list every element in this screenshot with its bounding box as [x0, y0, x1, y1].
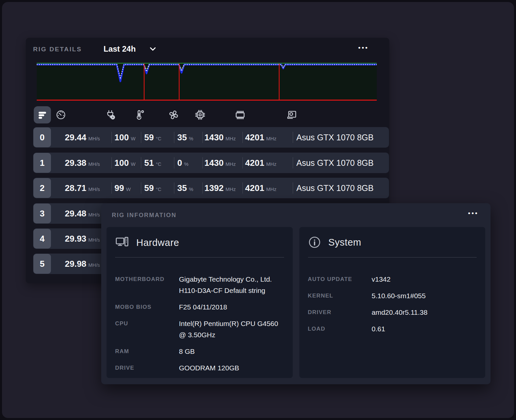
- gpu-name-value: Asus GTX 1070 8GB: [296, 178, 373, 198]
- hardware-card-title: Hardware: [136, 237, 179, 248]
- gpu-name-tab[interactable]: [283, 106, 300, 123]
- column-divider: [141, 157, 141, 168]
- column-divider: [174, 132, 174, 143]
- memory-icon: [234, 109, 246, 121]
- list-view-tab[interactable]: [34, 106, 51, 123]
- gpu-temp-value: 51°C: [144, 153, 161, 173]
- hashrate-chart[interactable]: [37, 63, 377, 102]
- gpu-hashrate-value: 28.71MH/s: [65, 178, 100, 198]
- field-value: 8 GB: [179, 346, 285, 357]
- field-value: amd20.40r5.11.38: [372, 307, 478, 318]
- thermometer-icon: [134, 109, 146, 120]
- unit-label: %: [184, 161, 188, 167]
- field-label: AUTO UPDATE: [308, 274, 372, 285]
- fan-tab[interactable]: [165, 106, 182, 123]
- gpu-fan-value: 0%: [177, 153, 189, 173]
- temperature-tab[interactable]: [131, 106, 149, 123]
- unit-label: %: [189, 136, 193, 141]
- column-divider: [174, 157, 174, 168]
- unit-label: MHz: [226, 186, 236, 192]
- gpu-hashrate-value: 29.93MH/s: [65, 228, 100, 249]
- gpu-core-clock-value: 1392MHz: [204, 178, 236, 198]
- field-value: Gigabyte Technology Co., Ltd. H110-D3A-C…: [179, 274, 285, 296]
- gpu-fan-value: 35%: [177, 127, 193, 148]
- field-value: v1342: [372, 274, 478, 285]
- gpu-index-badge: 3: [33, 204, 51, 223]
- rig-details-title: RIG DETAILS: [33, 46, 82, 53]
- time-range-dropdown[interactable]: Last 24h: [102, 43, 159, 55]
- gpu-row-2[interactable]: 228.71MH/s99W59°C35%1392MHz4201MHzAsus G…: [33, 178, 389, 198]
- core-clock-tab[interactable]: [192, 106, 209, 123]
- unit-label: MH/s: [88, 136, 100, 141]
- desktop-computer-icon: [115, 236, 129, 250]
- field-label: CPU: [115, 318, 179, 341]
- unit-label: °C: [156, 136, 161, 141]
- column-divider: [111, 157, 112, 168]
- rig-information-panel: RIG INFORMATION ••• Hardware: [101, 203, 491, 384]
- column-divider: [202, 157, 203, 168]
- gpu-hashrate-value: 29.48MH/s: [65, 203, 100, 224]
- field-label: MOTHERBOARD: [115, 274, 179, 296]
- column-divider: [202, 182, 203, 194]
- column-divider: [293, 182, 293, 194]
- unit-label: MHz: [266, 186, 277, 192]
- gpu-hashrate-value: 29.44MH/s: [65, 127, 100, 148]
- unit-label: °C: [156, 161, 161, 167]
- gpu-row-0[interactable]: 029.44MH/s100W59°C35%1430MHz4201MHzAsus …: [33, 127, 389, 148]
- rig-details-more-menu-icon[interactable]: •••: [356, 44, 371, 52]
- rig-information-more-menu-icon[interactable]: •••: [466, 209, 481, 217]
- gpu-card-icon: [286, 109, 297, 120]
- unit-label: W: [131, 161, 135, 167]
- field-label: LOAD: [308, 323, 372, 335]
- time-range-value: Last 24h: [104, 44, 136, 54]
- gpu-power-value: 100W: [114, 153, 136, 173]
- app-background: RIG DETAILS Last 24h •••: [2, 2, 514, 418]
- column-divider: [111, 132, 112, 143]
- gpu-index-badge: 0: [33, 127, 51, 147]
- field-label: DRIVE: [115, 362, 179, 374]
- power-plug-icon: [105, 109, 116, 120]
- power-tab[interactable]: [102, 106, 119, 123]
- gpu-mem-clock-value: 4201MHz: [245, 178, 277, 198]
- unit-label: W: [131, 136, 135, 141]
- chart-plot-area: [37, 63, 377, 100]
- column-divider: [174, 182, 174, 194]
- gpu-index-badge: 5: [33, 254, 51, 274]
- unit-label: MHz: [226, 136, 236, 141]
- column-divider: [242, 132, 243, 143]
- column-divider: [202, 132, 203, 143]
- column-divider: [293, 132, 293, 143]
- unit-label: MH/s: [88, 186, 100, 192]
- fan-icon: [168, 109, 179, 120]
- system-card-title: System: [328, 237, 362, 248]
- column-divider: [242, 182, 243, 194]
- gpu-hashrate-value: 29.98MH/s: [65, 254, 100, 274]
- field-label: MOBO BIOS: [115, 302, 179, 313]
- unit-label: MH/s: [88, 262, 100, 268]
- column-divider: [293, 157, 293, 168]
- gpu-fan-value: 35%: [177, 178, 193, 198]
- unit-label: MH/s: [88, 161, 100, 167]
- hardware-card: Hardware MOTHERBOARDGigabyte Technology …: [107, 227, 293, 378]
- gauge-icon: [56, 110, 66, 120]
- field-label: KERNEL: [308, 290, 372, 302]
- unit-label: %: [189, 186, 193, 192]
- memory-clock-tab[interactable]: [232, 106, 249, 123]
- gpu-index-badge: 4: [33, 229, 51, 249]
- hashrate-tab[interactable]: [52, 106, 69, 123]
- cpu-chip-icon: [194, 109, 206, 120]
- field-value: Intel(R) Pentium(R) CPU G4560 @ 3.50GHz: [179, 318, 285, 341]
- column-divider: [111, 182, 112, 194]
- unit-label: °C: [156, 186, 161, 192]
- system-card: System AUTO UPDATEv1342KERNEL5.10.60-sm1…: [299, 227, 486, 378]
- unit-label: MHz: [266, 136, 277, 141]
- field-value: 0.61: [372, 323, 478, 335]
- gpu-power-value: 100W: [114, 127, 136, 148]
- field-value: GOODRAM 120GB: [179, 362, 285, 374]
- unit-label: MHz: [266, 161, 277, 167]
- field-value: 5.10.60-sm1#055: [372, 290, 478, 302]
- rows-list-icon: [37, 110, 47, 120]
- gpu-row-1[interactable]: 129.38MH/s100W51°C0%1430MHz4201MHzAsus G…: [33, 153, 389, 173]
- gpu-temp-value: 59°C: [144, 127, 161, 148]
- chevron-down-icon: [148, 44, 157, 54]
